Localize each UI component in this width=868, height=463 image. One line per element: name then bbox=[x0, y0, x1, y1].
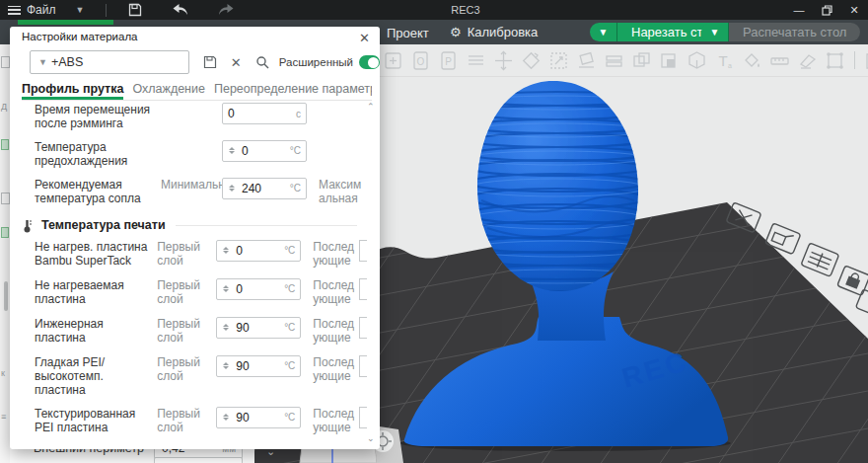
column-label: Первый слой bbox=[157, 355, 216, 384]
redo-button[interactable] bbox=[217, 3, 235, 17]
divider bbox=[106, 4, 107, 17]
cut-icon[interactable] bbox=[604, 50, 624, 71]
setting-input[interactable]: 0,45 bbox=[154, 457, 243, 463]
column-label: Последующие слои bbox=[313, 407, 357, 436]
print-dropdown-chevron-icon[interactable]: ▼ bbox=[701, 23, 729, 41]
advanced-toggle[interactable] bbox=[359, 55, 380, 69]
dialog-close-icon[interactable]: ✕ bbox=[359, 31, 370, 45]
thermometer-icon bbox=[22, 218, 36, 233]
cube-icon[interactable] bbox=[687, 50, 707, 71]
save-preset-icon[interactable] bbox=[203, 55, 217, 69]
split-icon[interactable] bbox=[864, 50, 868, 71]
parameter-input[interactable]: 90°C bbox=[216, 317, 301, 339]
parameter-label: Текстурированная PEI пластина bbox=[35, 407, 157, 435]
parameter-row: СоплоПервый слой270°CПоследующие слои bbox=[10, 440, 367, 445]
left-toolbar-fragment: Д bbox=[1, 102, 7, 112]
parameter-input[interactable]: 0°C bbox=[216, 240, 301, 262]
dialog-title: Настройки материала bbox=[22, 31, 138, 42]
column-label: Первый слой bbox=[157, 278, 216, 307]
parameter-input[interactable]: 90°C bbox=[216, 407, 301, 428]
arrange-icon[interactable] bbox=[825, 50, 845, 71]
parameter-label: Не нагрев. пластина Bambu SuperTack bbox=[35, 240, 157, 269]
delete-preset-icon[interactable]: ✕ bbox=[231, 55, 242, 70]
project-menu[interactable]: Проект bbox=[387, 26, 429, 40]
spinner-icon[interactable] bbox=[217, 414, 231, 421]
spinner-icon[interactable] bbox=[223, 185, 237, 192]
advanced-label: Расширенный bbox=[279, 56, 353, 68]
parameter-input[interactable]: 240°C bbox=[222, 178, 307, 199]
column-label: Последующие слои bbox=[313, 240, 357, 270]
spinner-icon[interactable] bbox=[217, 324, 231, 331]
print-plate-button: ▼ Распечатать стол bbox=[701, 23, 860, 41]
scroll-down-icon[interactable]: ⌄ bbox=[367, 433, 375, 443]
spinner-icon[interactable] bbox=[223, 147, 237, 154]
column-label: Максимальная bbox=[319, 178, 364, 207]
column-label: Первый слой bbox=[157, 317, 216, 346]
parameter-row: Инженерная пластинаПервый слой90°CПослед… bbox=[10, 312, 367, 350]
text-icon[interactable]: Ta bbox=[714, 50, 735, 71]
left-toolbar-fragment: ≡ bbox=[1, 412, 6, 422]
column-label: Первый слой bbox=[157, 240, 216, 269]
chevron-down-icon[interactable]: ▼ bbox=[76, 5, 85, 15]
svg-text:P: P bbox=[445, 56, 452, 67]
layers-icon[interactable] bbox=[466, 50, 486, 71]
parameter-input[interactable]: 90°C bbox=[216, 355, 301, 377]
save-button[interactable] bbox=[126, 3, 144, 17]
dialog-scrollbar[interactable]: ⌃ ⌄ bbox=[365, 102, 377, 443]
scale-icon[interactable] bbox=[548, 50, 569, 71]
parameter-row: Не нагреваемая пластинаПервый слой0°CПос… bbox=[10, 273, 367, 312]
parameter-input[interactable]: 0с bbox=[222, 103, 307, 124]
scrollbar-thumb[interactable] bbox=[4, 281, 8, 311]
column-label: Последующие слои bbox=[313, 278, 357, 308]
place-on-face-icon[interactable] bbox=[576, 50, 597, 71]
left-toolbar-fragment: к bbox=[1, 368, 5, 378]
window-title: REC3 bbox=[451, 4, 479, 16]
parameter-label: Температура предохлаждения bbox=[35, 140, 161, 169]
file-menu[interactable]: Файл bbox=[27, 3, 56, 17]
titlebar: Файл ▼ REC3 — ✕ bbox=[0, 0, 868, 20]
spinner-icon[interactable] bbox=[217, 285, 231, 292]
parameter-input[interactable]: 0°C bbox=[222, 140, 307, 162]
section-header: Температура печати bbox=[22, 218, 367, 233]
rotate-icon[interactable] bbox=[521, 50, 542, 71]
fill-icon[interactable] bbox=[659, 50, 680, 71]
slice-dropdown-chevron-icon[interactable]: ▼ bbox=[590, 23, 617, 41]
print-plate-label[interactable]: Распечатать стол bbox=[729, 23, 860, 41]
parameter-row: Время перемещения после рэмминга0с bbox=[10, 98, 367, 135]
clone-icon[interactable] bbox=[631, 50, 652, 71]
undo-button[interactable] bbox=[172, 3, 189, 17]
grid-marker-icon bbox=[801, 243, 839, 276]
parameter-row: Не нагрев. пластина Bambu SuperTackПервы… bbox=[10, 235, 367, 273]
ruler-icon[interactable] bbox=[769, 50, 790, 71]
paint-icon[interactable] bbox=[742, 50, 762, 71]
spinner-icon[interactable] bbox=[217, 362, 231, 369]
minimize-button[interactable]: — bbox=[785, 0, 813, 20]
move-icon[interactable] bbox=[493, 50, 514, 71]
menu-icon[interactable] bbox=[8, 6, 21, 15]
parameter-row: Температура предохлаждения0°C bbox=[10, 135, 367, 173]
left-toolbar-fragment bbox=[1, 227, 9, 238]
restore-button[interactable] bbox=[813, 0, 840, 20]
scroll-up-icon[interactable]: ⌃ bbox=[367, 102, 375, 112]
search-icon[interactable] bbox=[255, 55, 269, 69]
divider bbox=[854, 51, 855, 69]
svg-text:T: T bbox=[718, 52, 727, 69]
page-o-icon[interactable]: O bbox=[410, 50, 431, 71]
seam-icon[interactable] bbox=[797, 50, 818, 71]
close-button[interactable]: ✕ bbox=[840, 0, 868, 20]
parameter-row: Текстурированная PEI пластинаПервый слой… bbox=[10, 402, 367, 440]
gear-icon: ⚙ bbox=[450, 25, 462, 39]
divider bbox=[373, 76, 868, 77]
parameter-label: Время перемещения после рэмминга bbox=[35, 103, 161, 131]
parameter-input[interactable]: 0°C bbox=[216, 278, 301, 300]
material-settings-dialog: Настройки материала ✕ ▼ +ABS ✕ Расширенн… bbox=[10, 27, 380, 449]
calibration-menu[interactable]: ⚙ Калибровка bbox=[450, 25, 538, 39]
column-label: Последующие слои bbox=[313, 355, 357, 385]
spinner-icon[interactable] bbox=[217, 247, 231, 254]
preset-combobox[interactable]: ▼ +ABS bbox=[30, 50, 189, 74]
add-plate-icon[interactable] bbox=[383, 50, 403, 71]
column-label: Первый слой bbox=[157, 407, 216, 435]
page-p-icon[interactable]: P bbox=[438, 50, 459, 71]
parameter-label: Рекомендуемая температура сопла bbox=[35, 178, 161, 206]
parameter-label: Инженерная пластина bbox=[35, 317, 157, 346]
